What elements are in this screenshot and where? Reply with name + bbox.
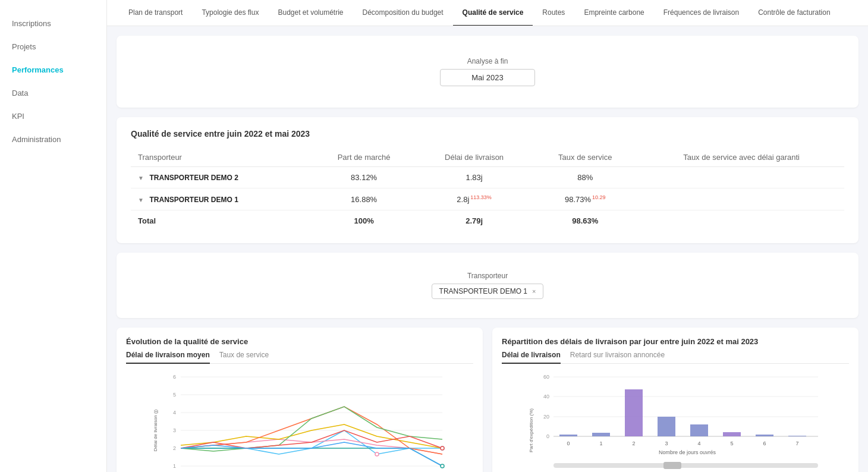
svg-rect-52 — [553, 463, 818, 468]
delai-1: 1.83j — [417, 167, 532, 188]
taux-1: 88% — [532, 167, 639, 188]
svg-text:2: 2 — [173, 445, 176, 451]
transporteur-filter-value: TRANSPORTEUR DEMO 1 — [439, 287, 527, 295]
sidebar: Inscriptions Projets Performances Data K… — [0, 0, 107, 472]
nav-empreinte-carbone[interactable]: Empreinte carbone — [574, 0, 653, 26]
sidebar-item-kpi[interactable]: KPI — [0, 105, 106, 128]
transporteur-filter-tag[interactable]: TRANSPORTEUR DEMO 1 × — [432, 284, 544, 299]
chevron-icon: ▼ — [138, 175, 144, 181]
svg-text:5: 5 — [730, 440, 733, 446]
repartition-chart-title: Répartition des délais de livraison par … — [502, 337, 849, 346]
analyse-input[interactable] — [440, 69, 535, 86]
svg-text:0: 0 — [546, 433, 549, 439]
table-row: ▼ TRANSPORTEUR DEMO 2 83.12% 1.83j 88% — [131, 167, 844, 188]
svg-rect-35 — [559, 435, 577, 436]
total-delai: 2.79j — [417, 210, 532, 232]
nav-decomposition-budget[interactable]: Décomposition du budget — [353, 0, 453, 26]
svg-rect-39 — [690, 424, 708, 436]
main-content: Plan de transport Typologie des flux Bud… — [107, 0, 868, 472]
svg-rect-36 — [592, 433, 610, 436]
sidebar-item-performances[interactable]: Performances — [0, 58, 106, 81]
svg-rect-41 — [756, 435, 773, 436]
bar-chart-svg: Part d'expédition (%) 60 40 20 0 — [502, 371, 849, 472]
svg-rect-40 — [723, 432, 741, 436]
svg-point-23 — [441, 464, 444, 468]
charts-row: Évolution de la qualité de service Délai… — [117, 328, 858, 472]
svg-text:3: 3 — [173, 427, 176, 433]
total-row: Total 100% 2.79j 98.63% — [131, 210, 844, 232]
svg-text:7: 7 — [795, 440, 798, 446]
svg-text:2: 2 — [632, 440, 635, 446]
evolution-chart-title: Évolution de la qualité de service — [126, 337, 473, 346]
part-marche-1: 83.12% — [311, 167, 417, 188]
svg-text:0: 0 — [567, 440, 570, 446]
svg-text:1: 1 — [599, 440, 602, 446]
svg-text:6: 6 — [763, 440, 766, 446]
nav-plan-transport[interactable]: Plan de transport — [119, 0, 192, 26]
svg-text:4: 4 — [697, 440, 700, 446]
svg-point-24 — [441, 446, 444, 450]
svg-text:40: 40 — [543, 394, 549, 399]
table-row: ▼ TRANSPORTEUR DEMO 1 16.88% 2.8j113.33%… — [131, 188, 844, 210]
total-label: Total — [131, 210, 311, 232]
svg-text:3: 3 — [665, 440, 668, 446]
col-taux-service: Taux de service — [532, 148, 639, 167]
svg-rect-38 — [658, 417, 675, 436]
garanti-1 — [639, 167, 844, 188]
nav-qualite-service[interactable]: Qualité de service — [453, 0, 533, 26]
svg-rect-37 — [625, 389, 643, 436]
taux-2: 98.73%10.29 — [532, 188, 639, 210]
evolution-chart-tabs: Délai de livraison moyen Taux de service — [126, 351, 473, 364]
filter-remove-icon[interactable]: × — [532, 288, 536, 295]
garanti-2 — [639, 188, 844, 210]
nav-frequences-livraison[interactable]: Fréquences de livraison — [654, 0, 749, 26]
total-garanti — [639, 210, 844, 232]
nav-budget-volumetrie[interactable]: Budget et volumétrie — [268, 0, 353, 26]
tab-retard-livraison[interactable]: Retard sur livraison annoncée — [570, 351, 665, 364]
nav-typologie-flux[interactable]: Typologie des flux — [192, 0, 268, 26]
sidebar-item-inscriptions[interactable]: Inscriptions — [0, 12, 106, 35]
taux-superscript: 10.29 — [592, 194, 606, 200]
sidebar-item-administration[interactable]: Administration — [0, 128, 106, 151]
transporteur-name-1: TRANSPORTEUR DEMO 2 — [150, 174, 238, 182]
tab-delai-livraison[interactable]: Délai de livraison — [502, 351, 561, 364]
svg-text:1: 1 — [173, 463, 176, 469]
transporteur-name-2: TRANSPORTEUR DEMO 1 — [150, 196, 238, 204]
nav-routes[interactable]: Routes — [533, 0, 574, 26]
analyse-card: Analyse à fin — [117, 36, 858, 108]
quality-section-title: Qualité de service entre juin 2022 et ma… — [131, 129, 844, 139]
analyse-label: Analyse à fin — [467, 57, 508, 65]
svg-text:5: 5 — [173, 392, 176, 398]
col-delai-livraison: Délai de livraison — [417, 148, 532, 167]
svg-rect-53 — [663, 462, 681, 469]
repartition-chart-tabs: Délai de livraison Retard sur livraison … — [502, 351, 849, 364]
repartition-chart-card: Répartition des délais de livraison par … — [492, 328, 858, 472]
svg-text:Délai de livraison (j): Délai de livraison (j) — [153, 410, 158, 452]
svg-text:4: 4 — [173, 410, 176, 416]
sidebar-item-projets[interactable]: Projets — [0, 35, 106, 58]
evolution-chart-card: Évolution de la qualité de service Délai… — [117, 328, 483, 472]
total-taux: 98.63% — [532, 210, 639, 232]
nav-controle-facturation[interactable]: Contrôle de facturation — [749, 0, 839, 26]
svg-text:Part d'expédition (%): Part d'expédition (%) — [529, 408, 534, 452]
sidebar-item-data[interactable]: Data — [0, 81, 106, 105]
transporteur-filter-label: Transporteur — [467, 272, 508, 280]
svg-text:60: 60 — [543, 374, 549, 380]
quality-table-card: Qualité de service entre juin 2022 et ma… — [117, 117, 858, 243]
chevron-icon: ▼ — [138, 197, 144, 203]
transporteur-filter-card: Transporteur TRANSPORTEUR DEMO 1 × — [117, 253, 858, 318]
delai-2: 2.8j113.33% — [417, 188, 532, 210]
svg-text:20: 20 — [543, 414, 549, 420]
line-chart-svg: 6 5 4 3 2 1 0 Délai de livraison (j) Jan… — [126, 371, 473, 472]
total-part-marche: 100% — [311, 210, 417, 232]
top-navigation: Plan de transport Typologie des flux Bud… — [107, 0, 868, 26]
tab-taux-service[interactable]: Taux de service — [219, 351, 269, 364]
tab-delai-moyen[interactable]: Délai de livraison moyen — [126, 351, 210, 364]
delai-superscript: 113.33% — [470, 194, 492, 200]
svg-point-21 — [375, 452, 379, 456]
svg-text:6: 6 — [173, 374, 176, 380]
part-marche-2: 16.88% — [311, 188, 417, 210]
svg-text:Nombre de jours ouvrés: Nombre de jours ouvrés — [659, 449, 716, 455]
col-taux-garanti: Taux de service avec délai garanti — [639, 148, 844, 167]
quality-table: Transporteur Part de marché Délai de liv… — [131, 148, 844, 231]
